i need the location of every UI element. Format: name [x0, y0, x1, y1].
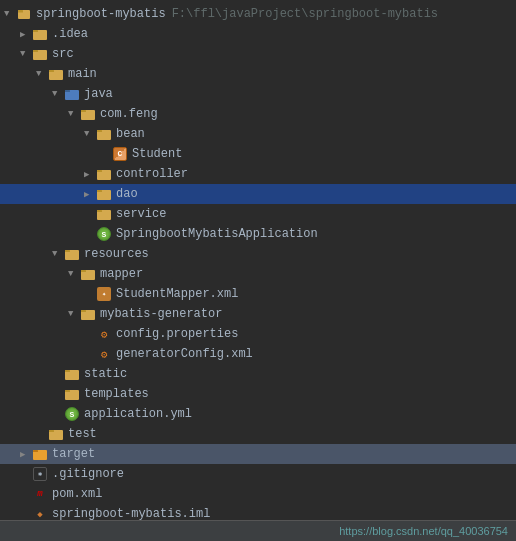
mybatisgenerator-label: mybatis-generator — [100, 307, 222, 321]
svg-rect-11 — [81, 110, 86, 112]
tree-item-mybatisgenerator[interactable]: mybatis-generator — [0, 304, 516, 324]
xml-icon: ✦ — [96, 286, 112, 302]
arrow-main — [36, 69, 48, 79]
svg-rect-33 — [33, 450, 38, 452]
generatorconfig-xml-icon: ⚙ — [96, 346, 112, 362]
springboot-app-icon: S — [96, 226, 112, 242]
gitignore-icon: ✱ — [32, 466, 48, 482]
tree-item-root[interactable]: springboot-mybatis F:\ffl\javaProject\sp… — [0, 4, 516, 24]
tree-item-config[interactable]: ⚙ config.properties — [0, 324, 516, 344]
tree-item-studentmapper[interactable]: ✦ StudentMapper.xml — [0, 284, 516, 304]
idea-folder-icon — [32, 26, 48, 42]
svg-rect-21 — [65, 250, 70, 252]
idea-label: .idea — [52, 27, 88, 41]
gitignore-label: .gitignore — [52, 467, 124, 481]
resources-folder-icon — [64, 246, 80, 262]
tree-item-generatorconfig[interactable]: ⚙ generatorConfig.xml — [0, 344, 516, 364]
tree-item-gitignore[interactable]: ✱ .gitignore — [0, 464, 516, 484]
svg-rect-1 — [18, 10, 23, 13]
tree-item-student[interactable]: C Student — [0, 144, 516, 164]
arrow-mybatisgenerator — [68, 309, 80, 319]
svg-rect-23 — [81, 270, 86, 272]
svg-rect-17 — [97, 190, 102, 192]
bean-label: bean — [116, 127, 145, 141]
student-label: Student — [132, 147, 182, 161]
svg-rect-7 — [49, 70, 54, 72]
service-folder-icon — [96, 206, 112, 222]
tree-item-controller[interactable]: controller — [0, 164, 516, 184]
bean-folder-icon — [96, 126, 112, 142]
app-label: SpringbootMybatisApplication — [116, 227, 318, 241]
svg-rect-31 — [49, 430, 54, 432]
controller-label: controller — [116, 167, 188, 181]
svg-rect-9 — [65, 90, 70, 92]
yml-icon: S — [64, 406, 80, 422]
tree-item-mapper[interactable]: mapper — [0, 264, 516, 284]
studentmapper-label: StudentMapper.xml — [116, 287, 238, 301]
tree-item-templates[interactable]: templates — [0, 384, 516, 404]
mapper-folder-icon — [80, 266, 96, 282]
tree-item-test[interactable]: test — [0, 424, 516, 444]
arrow-dao — [84, 189, 96, 200]
arrow-idea — [20, 29, 32, 40]
config-label: config.properties — [116, 327, 238, 341]
tree-item-service[interactable]: service — [0, 204, 516, 224]
svg-rect-3 — [33, 30, 38, 32]
tree-item-resources[interactable]: resources — [0, 244, 516, 264]
arrow-comfeng — [68, 109, 80, 119]
target-folder-icon — [32, 446, 48, 462]
svg-rect-27 — [65, 370, 70, 372]
arrow-java — [52, 89, 64, 99]
dao-label: dao — [116, 187, 138, 201]
tree-item-app[interactable]: S SpringbootMybatisApplication — [0, 224, 516, 244]
svg-rect-25 — [81, 310, 86, 312]
mapper-label: mapper — [100, 267, 143, 281]
comfeng-label: com.feng — [100, 107, 158, 121]
main-folder-icon — [48, 66, 64, 82]
dao-folder-icon — [96, 186, 112, 202]
svg-rect-15 — [97, 170, 102, 172]
java-label: java — [84, 87, 113, 101]
tree-item-idea[interactable]: .idea — [0, 24, 516, 44]
templates-label: templates — [84, 387, 149, 401]
tree-item-target[interactable]: target — [0, 444, 516, 464]
arrow-target — [20, 449, 32, 460]
tree-item-applicationyml[interactable]: S application.yml — [0, 404, 516, 424]
iml-icon: ◆ — [32, 506, 48, 520]
pom-icon: m — [32, 486, 48, 502]
tree-item-static[interactable]: static — [0, 364, 516, 384]
file-tree-panel: springboot-mybatis F:\ffl\javaProject\sp… — [0, 0, 516, 541]
resources-label: resources — [84, 247, 149, 261]
project-icon — [16, 6, 32, 22]
arrow-src — [20, 49, 32, 59]
svg-rect-13 — [97, 130, 102, 132]
test-folder-icon — [48, 426, 64, 442]
package-icon — [80, 106, 96, 122]
arrow-resources — [52, 249, 64, 259]
service-label: service — [116, 207, 166, 221]
properties-icon: ⚙ — [96, 326, 112, 342]
templates-folder-icon — [64, 386, 80, 402]
tree-item-java[interactable]: java — [0, 84, 516, 104]
pom-label: pom.xml — [52, 487, 102, 501]
test-label: test — [68, 427, 97, 441]
main-label: main — [68, 67, 97, 81]
mybatis-folder-icon — [80, 306, 96, 322]
bottom-bar: https://blog.csdn.net/qq_40036754 — [0, 520, 516, 541]
static-label: static — [84, 367, 127, 381]
target-label: target — [52, 447, 95, 461]
tree-item-bean[interactable]: bean — [0, 124, 516, 144]
tree-item-main[interactable]: main — [0, 64, 516, 84]
java-class-icon: C — [112, 146, 128, 162]
tree-item-comfeng[interactable]: com.feng — [0, 104, 516, 124]
tree-item-dao[interactable]: dao — [0, 184, 516, 204]
generatorconfig-label: generatorConfig.xml — [116, 347, 253, 361]
tree-item-iml[interactable]: ◆ springboot-mybatis.iml — [0, 504, 516, 520]
svg-rect-19 — [97, 210, 102, 212]
tree-item-pomxml[interactable]: m pom.xml — [0, 484, 516, 504]
tree-container: springboot-mybatis F:\ffl\javaProject\sp… — [0, 0, 516, 520]
src-folder-icon — [32, 46, 48, 62]
arrow-controller — [84, 169, 96, 180]
tree-item-src[interactable]: src — [0, 44, 516, 64]
project-path: F:\ffl\javaProject\springboot-mybatis — [172, 7, 438, 21]
